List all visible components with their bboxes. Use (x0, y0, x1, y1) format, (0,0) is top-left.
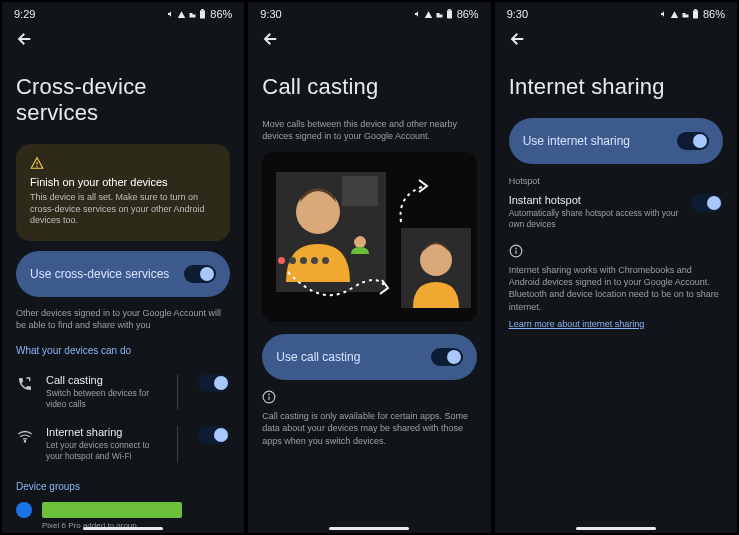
status-bar: 9:30 86% (248, 2, 490, 22)
learn-more-link[interactable]: Learn more about internet sharing (509, 319, 723, 329)
group-name-redacted (42, 502, 182, 518)
warning-card[interactable]: Finish on your other devices This device… (16, 144, 230, 241)
svg-rect-19 (694, 9, 697, 10)
status-bar: 9:30 86% (495, 2, 737, 22)
svg-rect-1 (202, 9, 205, 10)
main-toggle-label: Use cross-device services (30, 267, 169, 281)
back-icon[interactable] (509, 30, 527, 48)
main-toggle-label: Use internet sharing (523, 134, 630, 148)
svg-rect-5 (447, 10, 452, 18)
internet-sharing-toggle[interactable] (677, 132, 709, 150)
feature-title: Internet sharing (46, 426, 167, 438)
svg-point-3 (37, 166, 38, 167)
section-device-groups: Device groups (16, 481, 230, 492)
section-hotspot: Hotspot (509, 176, 723, 186)
call-cast-icon (16, 374, 34, 392)
feature-internet-sharing[interactable]: Internet sharing Let your devices connec… (16, 418, 230, 470)
svg-point-4 (24, 441, 25, 442)
call-casting-illustration (262, 152, 476, 322)
internet-sharing-toggle[interactable] (198, 426, 230, 444)
info-icon (262, 390, 276, 404)
svg-rect-0 (200, 10, 205, 18)
instant-hotspot-row[interactable]: Instant hotspot Automatically share hots… (509, 194, 723, 230)
nav-handle[interactable] (83, 527, 163, 530)
clock: 9:30 (507, 8, 528, 20)
hotspot-title: Instant hotspot (509, 194, 681, 206)
main-toggle-row[interactable]: Use internet sharing (509, 118, 723, 164)
main-toggle-row[interactable]: Use cross-device services (16, 251, 230, 297)
battery-pct: 86% (210, 8, 232, 20)
status-icons: 86% (414, 8, 479, 20)
status-icons: 86% (167, 8, 232, 20)
nav-handle[interactable] (576, 527, 656, 530)
wifi-icon (16, 426, 34, 444)
instant-hotspot-toggle[interactable] (691, 194, 723, 212)
battery-pct: 86% (457, 8, 479, 20)
info-icon (509, 244, 523, 258)
section-what-devices: What your devices can do (16, 345, 230, 356)
page-title: Cross-device services (16, 74, 230, 126)
nav-handle[interactable] (329, 527, 409, 530)
svg-point-11 (330, 210, 338, 222)
call-casting-toggle[interactable] (431, 348, 463, 366)
svg-rect-18 (693, 10, 698, 18)
feature-sub: Let your devices connect to your hotspot… (46, 440, 167, 462)
helper-text: Call casting is only available for certa… (262, 410, 476, 446)
screen-call-casting: 9:30 86% Call casting Move calls between… (247, 1, 491, 534)
feature-sub: Switch between devices for video calls (46, 388, 167, 410)
page-title: Internet sharing (509, 74, 723, 100)
back-icon[interactable] (16, 30, 34, 48)
warning-body: This device is all set. Make sure to tur… (30, 192, 216, 227)
cross-device-toggle[interactable] (184, 265, 216, 283)
back-icon[interactable] (262, 30, 280, 48)
warning-title: Finish on your other devices (30, 176, 216, 188)
main-toggle-label: Use call casting (276, 350, 360, 364)
feature-call-casting[interactable]: Call casting Switch between devices for … (16, 366, 230, 418)
svg-point-17 (269, 394, 270, 395)
info-text: Internet sharing works with Chromebooks … (509, 264, 723, 313)
svg-rect-8 (342, 176, 378, 206)
warning-icon (30, 156, 44, 170)
group-dot-icon (16, 502, 32, 518)
main-toggle-row[interactable]: Use call casting (262, 334, 476, 380)
status-icons: 86% (660, 8, 725, 20)
page-title: Call casting (262, 74, 476, 100)
status-bar: 9:29 86% (2, 2, 244, 22)
clock: 9:29 (14, 8, 35, 20)
svg-point-22 (515, 248, 516, 249)
subtitle: Move calls between this device and other… (262, 118, 476, 142)
screen-internet-sharing: 9:30 86% Internet sharing Use internet s… (494, 1, 738, 534)
hotspot-sub: Automatically share hotspot access with … (509, 208, 681, 230)
battery-pct: 86% (703, 8, 725, 20)
call-casting-toggle[interactable] (198, 374, 230, 392)
screen-cross-device: 9:29 86% Cross-device services Finish on… (1, 1, 245, 534)
feature-title: Call casting (46, 374, 167, 386)
svg-rect-6 (448, 9, 451, 10)
clock: 9:30 (260, 8, 281, 20)
helper-text: Other devices signed in to your Google A… (16, 307, 230, 331)
device-group-row[interactable] (16, 502, 230, 518)
svg-point-10 (298, 210, 306, 222)
